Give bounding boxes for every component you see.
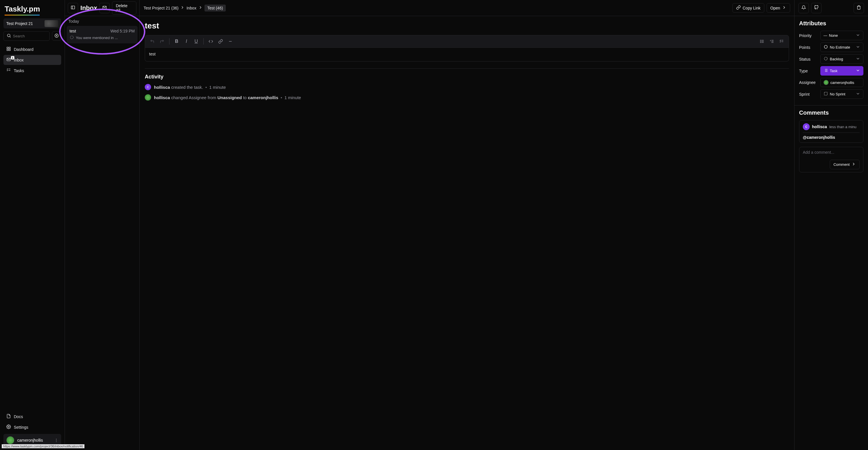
avatar: [145, 94, 151, 100]
sidebar-item-label: Settings: [14, 425, 28, 429]
task-description-editor[interactable]: test: [145, 48, 789, 61]
status-circle-icon: [69, 35, 74, 40]
activity-to: cameronjhollis: [248, 95, 278, 100]
priority-select[interactable]: — None: [820, 31, 863, 40]
sidebar-item-settings[interactable]: Settings: [3, 422, 61, 432]
comment-input[interactable]: Add a comment...: [803, 150, 860, 157]
attr-label-sprint: Sprint: [799, 92, 820, 96]
sidebar-right: Attributes Priority — None Points No Est…: [795, 0, 868, 450]
breadcrumb-project[interactable]: Test Project 21 (36): [144, 6, 178, 10]
type-select[interactable]: Task: [820, 66, 863, 76]
bell-icon: [801, 5, 806, 11]
hr-button[interactable]: [226, 37, 235, 46]
mark-read-button[interactable]: [99, 3, 110, 13]
avatar: C: [803, 123, 810, 130]
svg-point-23: [760, 42, 761, 42]
svg-rect-8: [9, 49, 10, 51]
priority-value: None: [829, 33, 838, 38]
redo-button[interactable]: [158, 37, 166, 46]
svg-point-29: [824, 46, 828, 49]
project-thumbnail: [44, 20, 58, 27]
code-button[interactable]: [207, 37, 215, 46]
bold-button[interactable]: B: [172, 37, 181, 46]
assignee-select[interactable]: cameronjhollis: [820, 78, 863, 87]
logo-underline: [5, 14, 40, 16]
link-icon: [736, 5, 741, 11]
sidebar-item-inbox[interactable]: 1 Inbox: [3, 55, 61, 65]
attr-label-assignee: Assignee: [799, 80, 820, 85]
underline-button[interactable]: U: [192, 37, 200, 46]
project-name: Test Project 21: [6, 21, 33, 26]
link-button[interactable]: [216, 37, 225, 46]
project-selector[interactable]: Test Project 21: [3, 19, 61, 28]
sprint-select[interactable]: No Sprint: [820, 89, 863, 99]
sidebar-item-label: Inbox: [14, 58, 24, 62]
search-input[interactable]: [3, 31, 50, 41]
task-title-input[interactable]: test: [145, 21, 789, 31]
copy-link-label: Copy Link: [742, 6, 760, 10]
app-logo[interactable]: Taskly.pm: [3, 3, 61, 16]
avatar: [6, 436, 14, 444]
numbered-list-button[interactable]: [768, 37, 776, 46]
breadcrumb: Test Project 21 (36) Inbox Test (46): [144, 5, 226, 11]
sidebar-item-label: Dashboard: [14, 47, 34, 52]
inbox-badge: 1: [11, 56, 14, 59]
sidebar-item-label: Docs: [14, 414, 23, 419]
chevron-down-icon: [856, 91, 860, 97]
inbox-item-title: test: [69, 29, 76, 33]
chevron-down-icon: [856, 56, 860, 62]
open-button[interactable]: Open: [767, 3, 790, 13]
activity-actor: hollisca: [154, 85, 170, 90]
activity-text: changed Assignee from: [171, 95, 216, 100]
svg-point-0: [7, 34, 10, 37]
url-tooltip: https://www.tasklypm.com/project/36/inbo…: [2, 444, 85, 448]
sprint-icon: [824, 91, 828, 97]
type-value: Task: [830, 69, 838, 73]
plus-circle-icon: [54, 33, 59, 39]
italic-button[interactable]: I: [182, 37, 191, 46]
status-select[interactable]: Backlog: [820, 54, 863, 64]
activity-heading: Activity: [145, 74, 789, 80]
sidebar-item-docs[interactable]: Docs: [3, 412, 61, 422]
assignee-value: cameronjhollis: [830, 81, 854, 85]
checklist-button[interactable]: [777, 37, 786, 46]
delete-all-button[interactable]: Delete All: [112, 1, 136, 14]
inbox-item-time: Wed 5:19 PM: [110, 29, 135, 33]
dashboard-icon: [6, 47, 11, 52]
main-panel: Test Project 21 (36) Inbox Test (46) Cop…: [140, 0, 795, 450]
svg-point-21: [760, 40, 761, 40]
panel-toggle-button[interactable]: [68, 3, 78, 13]
bullet-list-button[interactable]: [758, 37, 766, 46]
sidebar-item-dashboard[interactable]: Dashboard: [3, 44, 61, 54]
sprint-value: No Sprint: [830, 92, 845, 96]
chevron-right-icon: [198, 5, 203, 11]
activity-time: 1 minute: [284, 95, 301, 100]
svg-rect-34: [824, 92, 828, 95]
comment-author: hollisca: [812, 124, 827, 129]
trash-icon: [857, 5, 861, 11]
comment-item: C hollisca less than a minu @cameronjhol…: [799, 120, 863, 143]
attr-label-points: Points: [799, 45, 820, 50]
add-button[interactable]: [52, 31, 61, 40]
inbox-notification-item[interactable]: test Wed 5:19 PM You were mentioned in .…: [67, 26, 137, 43]
comment-submit-label: Comment: [834, 162, 849, 167]
search-field[interactable]: [13, 34, 46, 38]
sidebar-item-tasks[interactable]: Tasks: [3, 65, 61, 76]
inbox-column: Inbox Delete All Today test Wed 5:19 PM …: [65, 0, 140, 450]
breadcrumb-inbox[interactable]: Inbox: [186, 6, 196, 10]
avatar: C: [145, 84, 151, 90]
undo-button[interactable]: [148, 37, 157, 46]
tasks-icon: [6, 68, 11, 73]
delete-button[interactable]: [854, 3, 864, 13]
mail-open-icon: [102, 5, 107, 11]
activity-time: 1 minute: [209, 85, 226, 90]
github-button[interactable]: [811, 3, 822, 13]
gear-icon: [6, 424, 11, 430]
circle-icon: [824, 44, 828, 50]
svg-point-12: [8, 426, 9, 427]
copy-link-button[interactable]: Copy Link: [733, 3, 764, 13]
comment-submit-button[interactable]: Comment: [830, 160, 860, 169]
chevron-right-icon: [851, 162, 856, 167]
points-select[interactable]: No Estimate: [820, 42, 863, 52]
notifications-button[interactable]: [799, 3, 809, 13]
